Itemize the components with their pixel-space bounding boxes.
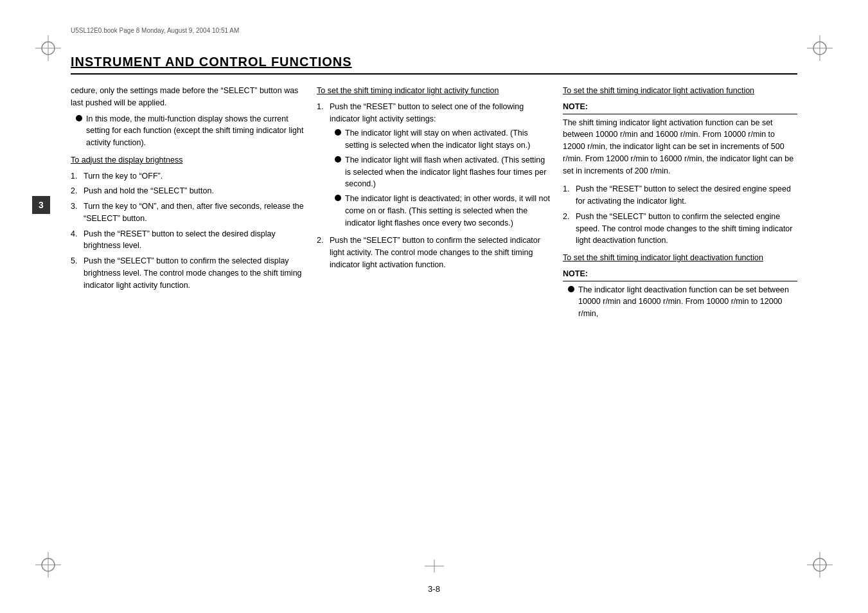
col3-step-2: 2. Push the “SELECT” button to confirm t… — [563, 211, 797, 247]
col3-section1-heading-block: To set the shift timing indicator light … — [563, 85, 797, 97]
col2-sub-bullet-3: The indicator light is deactivated; in o… — [335, 193, 551, 229]
bullet-icon — [335, 195, 341, 201]
col1-bullet-item: In this mode, the multi-function display… — [76, 113, 305, 149]
page-content: INSTRUMENT AND CONTROL FUNCTIONS 3 cedur… — [71, 55, 797, 562]
column-2: To set the shift timing indicator light … — [317, 85, 563, 326]
col3-note2-label: NOTE: — [563, 268, 797, 281]
col3-note2-bullets: The indicator light deactivation functio… — [568, 284, 797, 320]
col2-sub-bullet-2: The indicator light will flash when acti… — [335, 154, 551, 190]
file-info: U5SL12E0.book Page 8 Monday, August 9, 2… — [71, 27, 239, 34]
column-3: To set the shift timing indicator light … — [563, 85, 797, 326]
col1-section-heading-block: To adjust the display brightness — [71, 154, 305, 166]
col1-bullet-list: In this mode, the multi-function display… — [76, 113, 305, 149]
col2-section-heading-block: To set the shift timing indicator light … — [317, 85, 551, 97]
bullet-icon — [335, 129, 341, 136]
col3-note1-label: NOTE: — [563, 101, 797, 114]
col1-step-1: 1. Turn the key to “OFF”. — [71, 170, 305, 182]
col3-section2-heading: To set the shift timing indicator light … — [563, 253, 763, 262]
col3-note1: NOTE: The shift timing indicator light a… — [563, 101, 797, 177]
col1-step-2: 2. Push and hold the “SELECT” button. — [71, 185, 305, 197]
bullet-icon — [76, 115, 82, 121]
col3-section1-heading: To set the shift timing indicator light … — [563, 86, 754, 95]
col2-steps: 1. Push the “RESET” button to select one… — [317, 101, 551, 271]
columns-container: cedure, only the settings made before th… — [71, 85, 797, 326]
col3-note1-text: The shift timing indicator light activat… — [563, 117, 797, 177]
corner-mark-tl — [35, 35, 61, 61]
bullet-icon — [568, 286, 574, 292]
col3-note2: NOTE: The indicator light deactivation f… — [563, 268, 797, 320]
col2-step-2: 2. Push the “SELECT” button to confirm t… — [317, 235, 551, 271]
page-title: INSTRUMENT AND CONTROL FUNCTIONS — [71, 55, 797, 75]
col3-note2-bullet-1: The indicator light deactivation functio… — [568, 284, 797, 320]
col1-steps: 1. Turn the key to “OFF”. 2. Push and ho… — [71, 170, 305, 292]
col3-steps: 1. Push the “RESET” button to select the… — [563, 183, 797, 247]
bottom-center-mark — [425, 560, 444, 574]
corner-mark-br — [807, 552, 833, 578]
col2-step-1: 1. Push the “RESET” button to select one… — [317, 101, 551, 232]
column-1: cedure, only the settings made before th… — [71, 85, 317, 326]
page-number: 3-8 — [428, 584, 440, 594]
bullet-icon — [335, 156, 341, 163]
page: U5SL12E0.book Page 8 Monday, August 9, 2… — [0, 0, 868, 613]
col2-sub-bullet-1: The indicator light will stay on when ac… — [335, 127, 551, 152]
col1-intro: cedure, only the settings made before th… — [71, 85, 305, 109]
corner-mark-bl — [35, 552, 61, 578]
col1-step-4: 4. Push the “RESET” button to select the… — [71, 228, 305, 253]
section-badge: 3 — [32, 196, 50, 214]
col1-section-heading: To adjust the display brightness — [71, 155, 182, 164]
col3-step-1: 1. Push the “RESET” button to select the… — [563, 183, 797, 208]
col1-step-3: 3. Turn the key to “ON”, and then, after… — [71, 200, 305, 225]
col1-step-5: 5. Push the “SELECT” button to confirm t… — [71, 255, 305, 291]
col2-section-heading: To set the shift timing indicator light … — [317, 86, 499, 95]
col3-section2-heading-block: To set the shift timing indicator light … — [563, 252, 797, 264]
col2-sub-bullets: The indicator light will stay on when ac… — [335, 127, 551, 229]
corner-mark-tr — [807, 35, 833, 61]
